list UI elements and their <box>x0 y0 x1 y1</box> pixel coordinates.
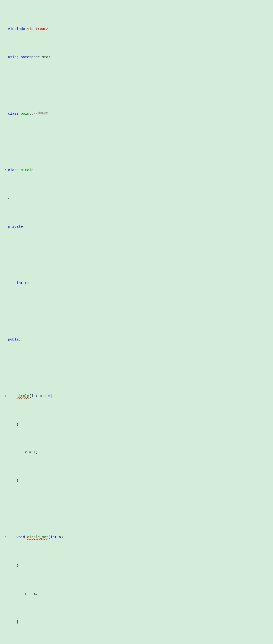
line-2: using namespace std; <box>5 54 268 60</box>
line-1: #include <iostream> <box>5 26 268 32</box>
line-6: ⊟ class circle <box>5 168 268 173</box>
line-12: public: <box>5 337 268 342</box>
line-18 <box>5 506 268 512</box>
line-9 <box>5 252 268 258</box>
fold-1[interactable] <box>5 27 8 32</box>
line-13 <box>5 365 268 371</box>
fold-19[interactable]: ⊟ <box>5 535 8 540</box>
code-content: #include <iostream> using namespace std;… <box>0 4 273 644</box>
line-3 <box>5 83 268 88</box>
line-10: int r; <box>5 280 268 286</box>
line-21: r = a; <box>5 591 268 597</box>
line-11 <box>5 309 268 314</box>
line-19: ⊟ void circle_set(int a) <box>5 534 268 540</box>
line-22: } <box>5 619 268 625</box>
line-8: private: <box>5 224 268 230</box>
line-5 <box>5 139 268 145</box>
line-14: ⊟ circle(int a = 0) <box>5 394 268 399</box>
line-4: class point;//声明类 <box>5 111 268 117</box>
code-editor: #include <iostream> using namespace std;… <box>0 0 273 644</box>
fold-14[interactable]: ⊟ <box>5 394 8 398</box>
line-20: { <box>5 563 268 568</box>
fold-6[interactable]: ⊟ <box>5 168 8 173</box>
line-7: { <box>5 196 268 202</box>
line-15: { <box>5 422 268 427</box>
line-17: } <box>5 478 268 484</box>
line-16: r = a; <box>5 450 268 456</box>
